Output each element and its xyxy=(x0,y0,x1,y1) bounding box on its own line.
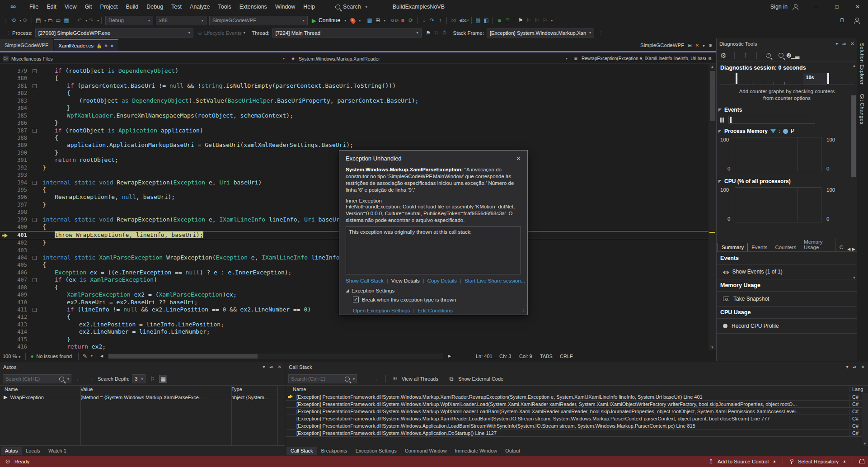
account-icon[interactable] xyxy=(791,3,799,11)
health-indicator-icon[interactable]: ● xyxy=(28,352,36,360)
hscroll-left-icon[interactable]: ◀ xyxy=(98,352,106,360)
menu-analyze[interactable]: Analyze xyxy=(186,2,214,12)
code-line-389[interactable]: 389application.ApplicationMarkupBaseUri … xyxy=(0,142,716,149)
column-type[interactable]: Type xyxy=(231,387,285,392)
fold-margin[interactable]: − xyxy=(29,67,40,75)
view-all-threads-button[interactable]: View all Threads xyxy=(402,376,438,382)
thread-combo[interactable]: [7224] Main Thread▾ xyxy=(272,28,422,38)
diag-tab-events[interactable]: Events xyxy=(748,243,771,251)
code-line-383[interactable]: 383(rootObject as DependencyObject).SetV… xyxy=(0,97,716,104)
find-in-files-icon[interactable]: ◧ xyxy=(482,16,490,24)
events-section-header[interactable]: Events xyxy=(717,104,857,114)
keep-open-icon[interactable]: ⊞ xyxy=(688,43,691,48)
pause-events-icon[interactable] xyxy=(720,118,724,123)
uncomment-icon[interactable]: ≣ xyxy=(503,16,511,24)
code-line-380[interactable]: 380{ xyxy=(0,75,716,82)
close-panel-icon[interactable]: ✕ xyxy=(278,364,282,370)
screen-cast-icon[interactable]: ⊞ xyxy=(374,16,382,24)
eol-indicator[interactable]: CRLF xyxy=(560,354,576,359)
tabs-mode-indicator[interactable]: TABS xyxy=(540,354,560,359)
select-repository-button[interactable]: Select Repository xyxy=(798,459,839,464)
fold-margin[interactable]: − xyxy=(29,276,40,283)
panel-tab-exception-settings[interactable]: Exception Settings xyxy=(352,447,401,455)
prev-bookmark-icon[interactable]: ⚐ xyxy=(525,16,533,24)
breadcrumb-type[interactable]: ◆ System.Windows.Markup.XamlReader▾ xyxy=(287,54,570,63)
collapse-icon[interactable]: − xyxy=(33,181,37,185)
code-line-382[interactable]: 382{ xyxy=(0,90,716,97)
panel-tab-autos[interactable]: Autos xyxy=(1,447,22,455)
code-line-386[interactable]: 386} xyxy=(0,119,716,127)
restore-button[interactable]: □ xyxy=(826,0,847,14)
table-row[interactable]: ▶WrapException{Method = {System.Windows.… xyxy=(0,393,285,401)
breadcrumb-project[interactable]: C# Miscellaneous Files▾ xyxy=(0,54,287,63)
pin-icon[interactable]: ⏯ xyxy=(843,41,846,47)
diag-tab-c[interactable]: C xyxy=(836,243,847,251)
undo-icon[interactable]: ↶ xyxy=(75,16,84,24)
callstack-rows[interactable]: [Exception] PresentationFramework.dll!Sy… xyxy=(286,393,868,437)
summary-item-show-events-1-of-1-[interactable]: ⬖⬗Show Events (1 of 1) xyxy=(717,264,857,279)
dialog-link-view-details[interactable]: View Details xyxy=(391,278,420,283)
summary-item-record-cpu-profile[interactable]: Record CPU Profile xyxy=(717,319,857,334)
close-panel-icon[interactable]: ✕ xyxy=(861,364,865,370)
search-back-icon[interactable]: ← xyxy=(74,376,83,382)
add-to-source-control-button[interactable]: Add to Source Control xyxy=(718,459,769,464)
code-line-385[interactable]: 385WpfXamlLoader.EnsureXmlNamespaceMaps(… xyxy=(0,112,716,119)
pin-icon[interactable]: ⏯ xyxy=(270,364,273,370)
save-icon[interactable]: ▭ xyxy=(54,16,62,24)
pin-icon[interactable]: ⨳ xyxy=(105,43,108,48)
search-back-icon[interactable]: ← xyxy=(360,376,369,382)
tab-well-options-icon[interactable]: ⚙ xyxy=(708,43,713,48)
step-out-icon[interactable]: ↑ xyxy=(436,16,444,24)
dialog-close-icon[interactable]: ✕ xyxy=(516,155,521,162)
window-position-chevron-icon[interactable]: ▾ xyxy=(836,41,838,47)
issues-status[interactable]: No issues found xyxy=(36,354,72,359)
panel-tab-breakpoints[interactable]: Breakpoints xyxy=(317,447,352,455)
split-editor-button[interactable]: ⧈ xyxy=(706,54,716,63)
code-line-384[interactable]: 384} xyxy=(0,104,716,112)
menu-project[interactable]: Project xyxy=(96,2,122,12)
collapse-icon[interactable]: − xyxy=(33,84,37,88)
hot-reload-icon[interactable] xyxy=(349,16,357,24)
code-line-388[interactable]: 388{ xyxy=(0,134,716,142)
user-settings-icon[interactable] xyxy=(853,16,861,24)
search-forward-icon[interactable]: → xyxy=(86,376,95,382)
export-session-icon[interactable]: ⤴ xyxy=(741,52,750,60)
menu-window[interactable]: Window xyxy=(271,2,299,12)
counter-chart-icon[interactable]: ➋▁▃ xyxy=(789,52,797,60)
flag-icon[interactable]: ⚐ xyxy=(148,375,156,383)
startup-project-combo[interactable]: SimpleGCodeWPF▾ xyxy=(209,16,308,25)
break-all-icon[interactable]: ⎉⎉ xyxy=(390,16,399,24)
show-output-icon[interactable]: ▧ xyxy=(474,16,482,24)
navigate-forward-icon[interactable]: ⟳ xyxy=(21,16,29,24)
next-bookmark-icon[interactable]: ⚐ xyxy=(533,16,541,24)
panel-tab-call-stack[interactable]: Call Stack xyxy=(286,447,317,455)
hscroll-right-icon[interactable]: ▶ xyxy=(446,352,454,360)
comment-icon[interactable]: ≡ xyxy=(495,16,503,24)
lifecycle-events-button[interactable]: Lifecycle Events xyxy=(204,30,242,36)
menu-tools[interactable]: Tools xyxy=(214,2,235,12)
breadcrumb-member[interactable]: ▣ RewrapException(Exception e, IXamlLine… xyxy=(570,54,706,63)
timeline-marker[interactable] xyxy=(827,73,829,84)
autos-search-box[interactable]: ▾ xyxy=(3,374,71,383)
scroll-left-icon[interactable]: ◀ xyxy=(847,247,850,251)
tab-scroll-arrows[interactable]: ◀▶ xyxy=(847,247,857,251)
save-all-icon[interactable]: ▦ xyxy=(62,16,70,24)
callstack-grid-header[interactable]: Name Lang xyxy=(286,385,868,393)
sign-in-button[interactable]: Sign in xyxy=(770,4,788,10)
scrollbar-thumb[interactable] xyxy=(710,71,715,121)
toolbar-grip[interactable]: ⋮ xyxy=(6,30,10,35)
diag-tab-counters[interactable]: Counters xyxy=(771,243,800,251)
menu-debug[interactable]: Debug xyxy=(142,2,167,12)
clear-bookmarks-icon[interactable]: ⚐ xyxy=(541,16,549,24)
column-value[interactable]: Value xyxy=(80,387,231,392)
menu-edit[interactable]: Edit xyxy=(42,2,61,12)
collapse-icon[interactable]: − xyxy=(33,129,37,133)
pin-icon[interactable]: ⏯ xyxy=(853,364,857,370)
collapse-icon[interactable]: − xyxy=(33,256,37,260)
column-name[interactable]: Name xyxy=(286,387,849,392)
search-forward-icon[interactable]: → xyxy=(371,376,380,382)
fold-margin[interactable]: − xyxy=(29,179,40,186)
editor-horizontal-scrollbar[interactable] xyxy=(108,354,443,359)
new-project-icon[interactable]: ▤ xyxy=(34,16,42,24)
editor-vertical-scrollbar[interactable]: ▲ ▼ xyxy=(708,64,716,350)
